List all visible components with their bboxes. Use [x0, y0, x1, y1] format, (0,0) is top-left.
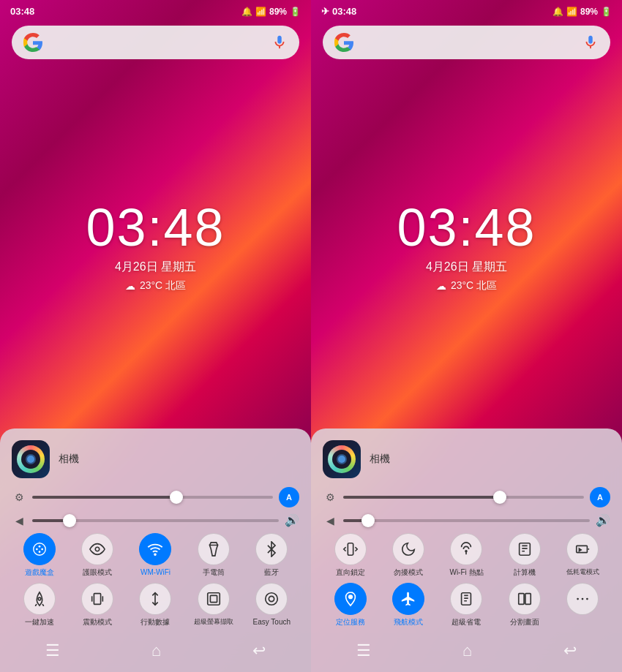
toggle-location-right[interactable]: 定位服務	[323, 583, 378, 627]
svg-rect-18	[462, 593, 471, 605]
toggle-circle-data-left[interactable]	[139, 583, 171, 615]
status-right-left: 🔔 📶 89% 🔋	[241, 7, 301, 17]
toggle-label-easytouch-left: Easy Touch	[253, 618, 291, 627]
toggle-more-right[interactable]	[555, 583, 610, 627]
signal-icon-left: 🔔	[241, 7, 252, 17]
toggle-circle-dnd-right[interactable]	[392, 533, 424, 565]
toggle-eye-left[interactable]: 護眼模式	[70, 533, 124, 577]
volume-thumb-right[interactable]	[361, 514, 375, 527]
brightness-thumb-left[interactable]	[170, 491, 183, 504]
brightness-track-right[interactable]	[343, 496, 584, 499]
svg-point-11	[266, 593, 278, 605]
brightness-fill-right	[343, 496, 500, 499]
toggle-circle-game-left[interactable]	[23, 533, 56, 565]
toggle-circle-lowpower-right[interactable]	[566, 533, 599, 565]
toggle-screenshot-left[interactable]: 超級螢幕擷取	[186, 583, 241, 627]
svg-point-1	[36, 548, 38, 551]
control-panel-right: 相機 ⚙ A ◀ 🔊 直	[311, 429, 622, 633]
volume-track-right[interactable]	[343, 519, 590, 522]
search-bar-left[interactable]	[12, 26, 299, 59]
svg-point-5	[95, 547, 100, 551]
toggle-circle-rocket-left[interactable]	[23, 583, 56, 615]
toggle-rocket-left[interactable]: 一鍵加速	[12, 583, 67, 627]
battery-right: 89%	[580, 7, 598, 17]
svg-point-0	[33, 543, 45, 556]
toggle-circle-eye-left[interactable]	[81, 533, 113, 565]
toggle-lowpower-right[interactable]: 低耗電模式	[555, 533, 610, 577]
google-logo-right	[334, 33, 353, 52]
camera-row-right: 相機	[323, 440, 610, 478]
toggle-circle-vibrate-left[interactable]	[81, 583, 113, 615]
svg-point-23	[586, 598, 588, 600]
toggle-label-wifi-left: WM-WiFi	[140, 568, 171, 577]
toggle-splitscreen-right[interactable]: 分割畫面	[497, 583, 552, 627]
nav-bar-left: ☰ ⌂ ↩	[0, 633, 311, 672]
menu-nav-left[interactable]: ☰	[45, 641, 60, 660]
clock-time-right: 03:48	[397, 201, 536, 254]
toggle-easytouch-left[interactable]: Easy Touch	[244, 583, 299, 627]
toggle-circle-flashlight-left[interactable]	[198, 533, 230, 565]
volume-low-icon-right: ◀	[323, 515, 337, 526]
camera-label-left: 相機	[59, 453, 79, 466]
toggle-bluetooth-left[interactable]: 藍牙	[244, 533, 299, 577]
home-nav-left[interactable]: ⌂	[151, 641, 161, 660]
brightness-slider-right[interactable]: ⚙ A	[323, 487, 610, 507]
toggle-circle-more-right[interactable]	[566, 583, 599, 615]
toggle-label-bluetooth-left: 藍牙	[264, 568, 279, 577]
volume-track-left[interactable]	[32, 519, 279, 522]
volume-slider-right[interactable]: ◀ 🔊	[323, 513, 610, 527]
toggle-circle-portrait-right[interactable]	[334, 533, 367, 565]
toggle-circle-calculator-right[interactable]	[509, 533, 541, 565]
toggle-label-dnd-right: 勿擾模式	[394, 568, 423, 577]
mic-icon-right[interactable]	[582, 34, 599, 50]
search-bar-right[interactable]	[323, 26, 610, 59]
wifi-icon-right: 📶	[566, 7, 577, 17]
toggle-label-game-left: 遊戲魔盒	[25, 568, 54, 577]
toggle-circle-hotspot-right[interactable]	[450, 533, 482, 565]
toggle-data-left[interactable]: 行動數據	[128, 583, 183, 627]
toggle-portrait-right[interactable]: 直向鎖定	[323, 533, 378, 577]
camera-app-icon-right[interactable]	[323, 440, 361, 478]
toggle-flashlight-left[interactable]: 手電筒	[186, 533, 241, 577]
toggle-circle-splitscreen-right[interactable]	[509, 583, 541, 615]
svg-point-14	[466, 551, 468, 552]
toggle-flight-right[interactable]: 飛航模式	[381, 583, 435, 627]
toggle-label-data-left: 行動數據	[140, 618, 170, 627]
svg-point-3	[38, 545, 40, 548]
toggle-wifi-left[interactable]: WM-WiFi	[128, 533, 183, 577]
back-nav-left[interactable]: ↩	[252, 641, 266, 660]
mic-icon-left[interactable]	[271, 34, 288, 50]
toggle-hotspot-right[interactable]: Wi-Fi 熱點	[439, 533, 494, 577]
toggle-label-flight-right: 飛航模式	[394, 618, 423, 627]
back-nav-right[interactable]: ↩	[563, 641, 577, 660]
brightness-thumb-right[interactable]	[493, 491, 506, 504]
status-left-left: 03:48	[10, 6, 34, 17]
toggle-dnd-right[interactable]: 勿擾模式	[381, 533, 435, 577]
control-panel-left: 相機 ⚙ A ◀ 🔊 遊	[0, 429, 311, 633]
status-right-right: 🔔 📶 89% 🔋	[552, 7, 612, 17]
toggle-vibrate-left[interactable]: 震動模式	[70, 583, 124, 627]
toggle-circle-easytouch-left[interactable]	[255, 583, 288, 615]
home-nav-right[interactable]: ⌂	[462, 641, 472, 660]
toggle-circle-supersave-right[interactable]	[450, 583, 482, 615]
toggle-supersave-right[interactable]: 超級省電	[439, 583, 494, 627]
toggle-circle-screenshot-left[interactable]	[198, 583, 230, 615]
brightness-slider-left[interactable]: ⚙ A	[12, 487, 299, 507]
toggle-circle-flight-right[interactable]	[392, 583, 424, 615]
battery-icon-left: 🔋	[290, 7, 301, 17]
toggle-circle-bluetooth-left[interactable]	[255, 533, 288, 565]
toggle-circle-wifi-left[interactable]	[139, 533, 171, 565]
volume-thumb-left[interactable]	[63, 514, 76, 527]
volume-slider-left[interactable]: ◀ 🔊	[12, 513, 299, 527]
camera-app-icon-left[interactable]	[12, 440, 50, 478]
brightness-track-left[interactable]	[32, 496, 273, 499]
status-bar-left: 03:48 🔔 📶 89% 🔋	[0, 0, 311, 20]
toggle-circle-location-right[interactable]	[334, 583, 367, 615]
wifi-icon-left: 📶	[255, 7, 266, 17]
toggle-calculator-right[interactable]: 計算機	[497, 533, 552, 577]
menu-nav-right[interactable]: ☰	[356, 641, 371, 660]
toggle-game-left[interactable]: 遊戲魔盒	[12, 533, 67, 577]
lens-outer-left	[17, 445, 45, 473]
lens-core-right	[337, 454, 347, 464]
camera-row-left: 相機	[12, 440, 299, 478]
